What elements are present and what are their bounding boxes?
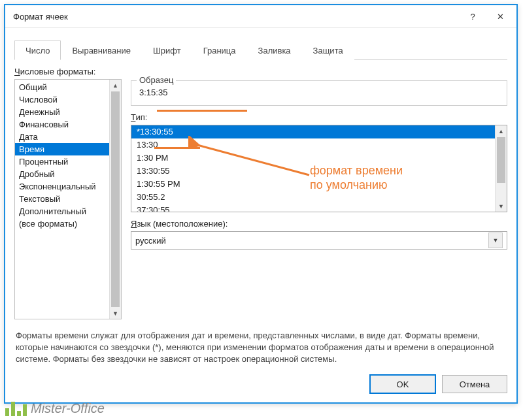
scroll-up-icon[interactable]: ▲ xyxy=(110,80,121,91)
watermark-text: Mister-Office xyxy=(31,401,105,416)
cancel-button[interactable]: Отмена xyxy=(442,375,507,393)
dialog-title: Формат ячеек xyxy=(13,12,459,22)
tab-border[interactable]: Граница xyxy=(192,40,247,60)
language-select[interactable]: русский ▼ xyxy=(131,231,507,250)
type-item[interactable]: 37:30:55 xyxy=(131,204,495,212)
type-scrollbar[interactable]: ▲ ▼ xyxy=(495,125,507,212)
category-listbox[interactable]: Общий Числовой Денежный Финансовый Дата … xyxy=(14,79,122,319)
chevron-down-icon: ▼ xyxy=(493,237,499,244)
scroll-down-icon[interactable]: ▼ xyxy=(496,201,507,212)
type-item[interactable]: *13:30:55 xyxy=(131,125,495,138)
titlebar: Формат ячеек ? ✕ xyxy=(5,5,516,28)
language-value: русский xyxy=(135,236,488,246)
format-cells-dialog: Формат ячеек ? ✕ Число Выравнивание Шриф… xyxy=(4,4,518,404)
close-button[interactable]: ✕ xyxy=(486,7,514,26)
category-item[interactable]: Текстовый xyxy=(15,193,109,205)
annotation-text: формат времени по умолчанию xyxy=(310,163,403,192)
tab-fill[interactable]: Заливка xyxy=(247,40,302,60)
category-scrollbar[interactable]: ▲ ▼ xyxy=(109,80,121,319)
scroll-down-icon[interactable]: ▼ xyxy=(110,308,121,319)
category-item[interactable]: Дата xyxy=(15,131,109,143)
tab-number[interactable]: Число xyxy=(14,40,61,60)
category-item[interactable]: (все форматы) xyxy=(15,218,109,230)
annotation-underline-sample xyxy=(157,110,247,112)
ok-button[interactable]: OK xyxy=(370,375,435,393)
close-icon: ✕ xyxy=(497,12,504,22)
category-item[interactable]: Числовой xyxy=(15,93,109,106)
scroll-thumb[interactable] xyxy=(111,91,120,307)
dropdown-button[interactable]: ▼ xyxy=(488,233,503,248)
sample-label: Образец xyxy=(137,75,176,85)
annotation-underline-type xyxy=(154,147,200,149)
category-item[interactable]: Дополнительный xyxy=(15,205,109,218)
watermark-bars-icon xyxy=(5,402,27,416)
category-item[interactable]: Процентный xyxy=(15,155,109,168)
category-item[interactable]: Время xyxy=(15,143,109,155)
category-item[interactable]: Общий xyxy=(15,81,109,93)
category-item[interactable]: Экспоненциальный xyxy=(15,180,109,193)
watermark: Mister-Office xyxy=(5,401,105,416)
help-text: Форматы времени служат для отображения д… xyxy=(16,330,506,365)
sample-value: 3:15:35 xyxy=(138,84,500,99)
category-item[interactable]: Финансовый xyxy=(15,118,109,131)
type-label: Тип: xyxy=(131,112,507,122)
language-label: Язык (местоположение): xyxy=(131,219,507,229)
type-item[interactable]: 1:30 PM xyxy=(131,152,495,165)
type-item[interactable]: 30:55.2 xyxy=(131,191,495,204)
help-button[interactable]: ? xyxy=(459,7,486,26)
type-item[interactable]: 13:30 xyxy=(131,138,495,152)
sample-group: Образец 3:15:35 xyxy=(131,80,507,106)
scroll-up-icon[interactable]: ▲ xyxy=(496,125,507,137)
tab-strip: Число Выравнивание Шрифт Граница Заливка… xyxy=(14,40,507,60)
tab-font[interactable]: Шрифт xyxy=(142,40,192,60)
categories-label: Числовые форматы: xyxy=(14,67,507,76)
tab-protection[interactable]: Защита xyxy=(302,40,354,60)
scroll-thumb[interactable] xyxy=(497,137,505,183)
category-item[interactable]: Дробный xyxy=(15,168,109,180)
help-icon: ? xyxy=(470,12,475,22)
category-item[interactable]: Денежный xyxy=(15,106,109,118)
tab-alignment[interactable]: Выравнивание xyxy=(61,40,141,60)
